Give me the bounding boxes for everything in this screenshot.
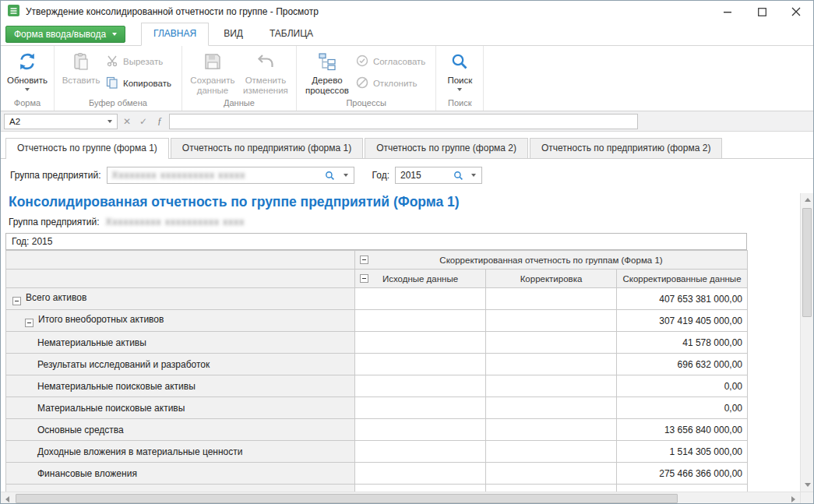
lookup-icon[interactable]	[322, 167, 338, 183]
dropdown-icon[interactable]	[466, 167, 481, 183]
cell-source[interactable]	[355, 310, 486, 332]
paste-icon	[71, 51, 91, 72]
maximize-button[interactable]	[745, 1, 779, 23]
group-filter-label: Группа предприятий:	[10, 170, 101, 181]
paste-button[interactable]: Вставить	[58, 48, 104, 86]
cell-adjusted[interactable]: 1 514 305 000,00	[617, 441, 748, 463]
collapse-icon[interactable]	[360, 256, 368, 264]
row-label-cell[interactable]: Основные средства	[6, 419, 355, 441]
row-label-cell[interactable]: Всего активов	[6, 288, 355, 310]
decline-button[interactable]: Отклонить	[354, 76, 432, 91]
save-data-button[interactable]: Сохранить данные	[186, 48, 239, 96]
function-icon[interactable]: ƒ	[153, 114, 167, 129]
collapse-icon[interactable]	[360, 274, 368, 283]
ribbon-tab-3[interactable]: ТАБЛИЦА	[258, 23, 325, 44]
row-label: Нематериальные поисковые активы	[37, 381, 196, 392]
cell-source[interactable]	[355, 375, 486, 397]
cell-source[interactable]	[355, 332, 486, 354]
cell-adjusted[interactable]: 41 578 000,00	[617, 332, 748, 354]
scroll-left-icon[interactable]	[1, 492, 14, 504]
cell-adjusted[interactable]: 0,00	[617, 375, 748, 397]
doc-tab-1[interactable]: Отчетность по группе (форма 1)	[5, 138, 169, 159]
cell-source[interactable]	[355, 288, 486, 310]
row-label-cell[interactable]: Отложенные налоговые активы	[6, 485, 355, 492]
dropdown-icon[interactable]	[338, 167, 354, 183]
cell-correction[interactable]	[486, 375, 617, 397]
cell-correction[interactable]	[486, 288, 617, 310]
close-button[interactable]	[779, 1, 813, 23]
year-filter-combo[interactable]: 2015	[395, 167, 482, 184]
confirm-entry-icon[interactable]: ✓	[136, 114, 150, 129]
cell-adjusted[interactable]: 0,00	[617, 397, 748, 419]
cell-correction[interactable]	[486, 354, 617, 375]
process-tree-button[interactable]: Дерево процессов	[301, 48, 354, 96]
cut-button[interactable]: Вырезать	[104, 54, 178, 69]
column-header-adjusted[interactable]: Скорректированные данные	[617, 270, 748, 288]
refresh-button[interactable]: Обновить	[5, 48, 50, 91]
cell-adjusted[interactable]: 407 653 381 000,00	[617, 288, 748, 310]
formula-bar: A2 ✕ ✓ ƒ	[1, 111, 813, 132]
cell-adjusted[interactable]: 10 486 963 000,00	[617, 485, 748, 492]
ribbon-tab-1[interactable]: ГЛАВНАЯ	[141, 23, 209, 46]
report-group-label: Группа предприятий:	[9, 217, 100, 227]
cell-correction[interactable]	[486, 310, 617, 332]
cell-adjusted[interactable]: 696 632 000,00	[617, 354, 748, 375]
scroll-down-icon[interactable]	[801, 478, 813, 492]
scroll-right-icon[interactable]	[787, 492, 800, 504]
cell-correction[interactable]	[486, 332, 617, 354]
row-label-cell[interactable]: Материальные поисковые активы	[6, 397, 355, 419]
io-form-menu-button[interactable]: Форма ввода/вывода	[5, 26, 125, 43]
cancel-entry-icon[interactable]: ✕	[120, 114, 134, 129]
lookup-icon[interactable]	[450, 167, 466, 183]
group-header-cell[interactable]: Скорректированная отчетность по группам …	[355, 251, 748, 270]
cell-source[interactable]	[355, 397, 486, 419]
approve-button[interactable]: Согласовать	[354, 54, 432, 69]
row-label-cell[interactable]: Результаты исследований и разработок	[6, 354, 355, 375]
scroll-up-icon[interactable]	[801, 193, 813, 206]
formula-input[interactable]	[169, 114, 638, 129]
cell-adjusted[interactable]: 307 419 405 000,00	[617, 310, 748, 332]
horizontal-scrollbar-thumb[interactable]	[16, 494, 678, 503]
dropdown-icon[interactable]	[107, 120, 112, 123]
row-label-cell[interactable]: Нематериальные поисковые активы	[6, 375, 355, 397]
cell-source[interactable]	[355, 441, 486, 463]
row-label-cell[interactable]: Финансовые вложения	[6, 463, 355, 485]
corner-header-cell[interactable]	[6, 270, 355, 288]
doc-tab-2[interactable]: Отчетность по предприятию (форма 1)	[171, 138, 363, 158]
cell-source[interactable]	[355, 419, 486, 441]
row-label-cell[interactable]: Нематериальные активы	[6, 332, 355, 354]
collapse-icon[interactable]	[25, 319, 33, 327]
report-year-cell[interactable]: Год: 2015	[5, 233, 747, 250]
cell-correction[interactable]	[486, 485, 617, 492]
doc-tab-3[interactable]: Отчетность по группе (форма 2)	[365, 138, 528, 158]
group-filter-combo[interactable]: Хххххххх хххххххххх ххххх	[107, 167, 354, 184]
process-tree-label: Дерево процессов	[303, 76, 351, 96]
row-label: Результаты исследований и разработок	[37, 359, 210, 370]
row-label-cell[interactable]: Итого внеоборотных активов	[6, 310, 355, 332]
search-button[interactable]: Поиск	[440, 48, 479, 91]
corner-header-cell[interactable]	[6, 251, 355, 270]
horizontal-scrollbar[interactable]	[1, 492, 800, 504]
copy-button[interactable]: Копировать	[104, 76, 178, 91]
cell-source[interactable]	[355, 485, 486, 492]
ribbon-tab-2[interactable]: ВИД	[212, 23, 255, 44]
cell-correction[interactable]	[486, 397, 617, 419]
column-header-correction[interactable]: Корректировка	[486, 270, 617, 288]
undo-changes-button[interactable]: Отменить изменения	[239, 48, 292, 96]
cell-source[interactable]	[355, 463, 486, 485]
cell-source[interactable]	[355, 354, 486, 375]
row-label-cell[interactable]: Доходные вложения в материальные ценност…	[6, 441, 355, 463]
collapse-icon[interactable]	[12, 297, 21, 305]
cell-name-box[interactable]: A2	[4, 114, 118, 129]
paste-label: Вставить	[62, 76, 100, 86]
cell-correction[interactable]	[486, 441, 617, 463]
minimize-button[interactable]	[710, 1, 745, 23]
vertical-scrollbar-thumb[interactable]	[802, 208, 812, 317]
cell-adjusted[interactable]: 275 466 366 000,00	[617, 463, 748, 485]
column-header-source[interactable]: Исходные данные	[355, 270, 486, 288]
cell-adjusted[interactable]: 13 656 840 000,00	[617, 419, 748, 441]
cell-correction[interactable]	[486, 419, 617, 441]
doc-tab-4[interactable]: Отчетность по предприятию (форма 2)	[530, 138, 722, 158]
vertical-scrollbar[interactable]	[800, 193, 813, 492]
cell-correction[interactable]	[486, 463, 617, 485]
